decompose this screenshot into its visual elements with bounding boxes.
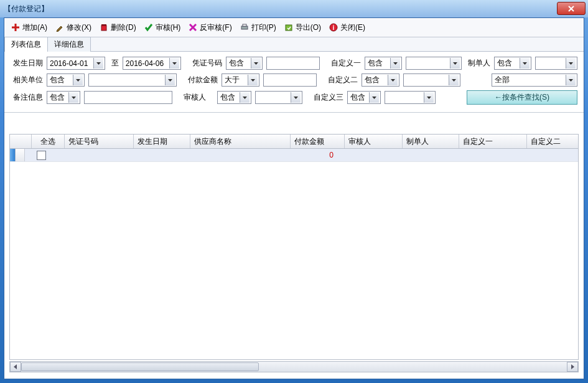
- filter-row-3: 备注信息 包含 审核人 包含 自定义三 包含 ←按条件查找(S): [11, 90, 577, 105]
- svg-text:i: i: [333, 24, 335, 31]
- col-amount[interactable]: 付款金额: [291, 135, 345, 148]
- custom2-val-combo[interactable]: [403, 73, 460, 87]
- remark-input[interactable]: [84, 91, 172, 104]
- custom1-op-combo[interactable]: 包含: [365, 57, 402, 70]
- custom1-val-combo[interactable]: [406, 57, 462, 70]
- label-voucher: 凭证号码: [192, 58, 222, 69]
- cell-voucher: [58, 149, 127, 161]
- auditor-val-combo[interactable]: [255, 91, 302, 104]
- chevron-down-icon[interactable]: [369, 92, 379, 103]
- amount-op-combo[interactable]: 大于: [222, 73, 259, 87]
- plus-icon: [11, 22, 21, 32]
- scroll-left-arrow[interactable]: [10, 362, 21, 372]
- print-button[interactable]: 打印(P): [236, 21, 280, 34]
- audit-label: 审核(H): [156, 22, 181, 33]
- cell-maker: [396, 149, 452, 161]
- delete-button[interactable]: 删除(D): [95, 21, 140, 34]
- titlebar[interactable]: 【付款登记】: [0, 0, 588, 17]
- chevron-down-icon[interactable]: [566, 58, 576, 69]
- cell-select[interactable]: [25, 149, 58, 161]
- close-label: 关闭(E): [340, 22, 365, 33]
- chevron-down-icon[interactable]: [165, 75, 175, 85]
- chevron-down-icon[interactable]: [68, 92, 78, 103]
- printer-icon: [240, 22, 250, 32]
- chevron-down-icon[interactable]: [390, 58, 400, 69]
- auditor-op-combo[interactable]: 包含: [217, 91, 251, 104]
- scroll-right-arrow[interactable]: [567, 362, 578, 372]
- label-custom2: 自定义二: [328, 75, 358, 85]
- col-maker[interactable]: 制单人: [403, 135, 459, 148]
- svg-rect-2: [243, 24, 246, 26]
- chevron-down-icon[interactable]: [248, 75, 258, 85]
- col-auditor[interactable]: 审核人: [345, 135, 403, 148]
- tab-list[interactable]: 列表信息: [4, 37, 48, 52]
- row-selector[interactable]: [10, 149, 16, 161]
- unaudit-button[interactable]: 反审核(F): [184, 21, 235, 34]
- search-button[interactable]: ←按条件查找(S): [467, 90, 577, 105]
- chevron-down-icon[interactable]: [73, 75, 83, 85]
- horizontal-scrollbar[interactable]: [9, 361, 579, 372]
- maker-op-combo[interactable]: 包含: [494, 57, 531, 70]
- check-icon: [144, 22, 154, 32]
- export-button[interactable]: 导出(O): [280, 21, 325, 34]
- add-button[interactable]: 增加(A): [7, 21, 51, 34]
- custom3-val-combo[interactable]: [385, 91, 436, 104]
- chevron-down-icon[interactable]: [93, 58, 103, 69]
- amount-input[interactable]: [263, 73, 317, 87]
- close-icon: [568, 6, 574, 12]
- table-row[interactable]: 0: [10, 149, 578, 162]
- col-date[interactable]: 发生日期: [134, 135, 190, 148]
- svg-rect-1: [241, 26, 248, 29]
- chevron-down-icon[interactable]: [240, 92, 250, 103]
- wrench-icon: [55, 22, 65, 32]
- chevron-down-icon[interactable]: [449, 75, 459, 85]
- cell-amount: 0: [284, 149, 338, 161]
- label-auditor: 审核人: [184, 92, 206, 103]
- cell-auditor: [338, 149, 396, 161]
- voucher-input[interactable]: [266, 57, 320, 70]
- add-label: 增加(A): [22, 22, 47, 33]
- label-custom1: 自定义一: [331, 58, 361, 69]
- export-label: 导出(O): [296, 22, 321, 33]
- date-from-input[interactable]: 2016-04-01: [47, 57, 105, 70]
- scroll-thumb[interactable]: [21, 362, 259, 371]
- col-custom1[interactable]: 自定义一: [459, 135, 527, 148]
- custom3-op-combo[interactable]: 包含: [347, 91, 381, 104]
- chevron-down-icon[interactable]: [251, 58, 261, 69]
- data-grid[interactable]: 全选 凭证号码 发生日期 供应商名称 付款金额 审核人 制单人 自定义一 自定义…: [9, 134, 579, 360]
- related-op-combo[interactable]: 包含: [47, 73, 85, 87]
- tabstrip: 列表信息 详细信息: [4, 37, 584, 52]
- maker-val-combo[interactable]: [535, 57, 577, 70]
- tab-detail[interactable]: 详细信息: [47, 37, 91, 52]
- voucher-op-combo[interactable]: 包含: [226, 57, 263, 70]
- label-remark: 备注信息: [13, 92, 43, 103]
- client-area: 增加(A) 修改(X) 删除(D) 审核(H) 反审核(F) 打印(P): [4, 17, 584, 379]
- svg-rect-0: [101, 26, 106, 31]
- cell-custom2: [520, 149, 579, 161]
- col-select-all[interactable]: 全选: [32, 135, 65, 148]
- close-button[interactable]: i 关闭(E): [325, 21, 369, 34]
- chevron-down-icon[interactable]: [566, 75, 576, 85]
- col-custom2[interactable]: 自定义二: [527, 135, 579, 148]
- label-amount: 付款金额: [188, 75, 218, 85]
- custom2-op-combo[interactable]: 包含: [362, 73, 399, 87]
- export-icon: [284, 22, 294, 32]
- related-val-combo[interactable]: [88, 73, 177, 87]
- scope-combo[interactable]: 全部: [492, 73, 577, 87]
- chevron-down-icon[interactable]: [291, 92, 301, 103]
- chevron-down-icon[interactable]: [520, 58, 530, 69]
- audit-button[interactable]: 审核(H): [140, 21, 185, 34]
- window-close-button[interactable]: [557, 2, 586, 15]
- row-handle[interactable]: [16, 149, 25, 161]
- remark-op-combo[interactable]: 包含: [47, 91, 80, 104]
- chevron-down-icon[interactable]: [424, 92, 434, 103]
- col-supplier[interactable]: 供应商名称: [190, 135, 291, 148]
- chevron-down-icon[interactable]: [388, 75, 398, 85]
- col-voucher[interactable]: 凭证号码: [65, 135, 134, 148]
- date-to-input[interactable]: 2016-04-06: [123, 57, 181, 70]
- chevron-down-icon[interactable]: [169, 58, 179, 69]
- chevron-down-icon[interactable]: [450, 58, 460, 69]
- scroll-track[interactable]: [21, 362, 567, 372]
- edit-button[interactable]: 修改(X): [51, 21, 95, 34]
- checkbox-icon[interactable]: [37, 151, 46, 160]
